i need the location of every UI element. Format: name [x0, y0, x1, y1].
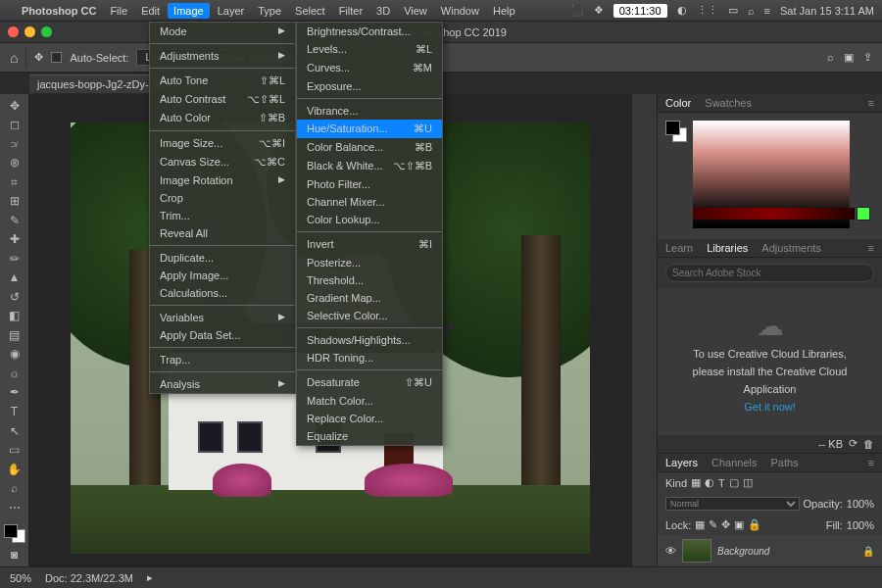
tab-swatches[interactable]: Swatches	[705, 97, 752, 109]
menu-view[interactable]: View	[404, 5, 427, 17]
menu-item[interactable]: Posterize...	[297, 254, 442, 271]
filter-pixel-icon[interactable]: ▦	[691, 476, 701, 489]
lock-all-icon[interactable]: 🔒	[748, 518, 761, 531]
timer[interactable]: 03:11:30	[613, 4, 667, 18]
share-icon[interactable]: ⇪	[863, 51, 872, 64]
path-tool[interactable]: ↖	[4, 423, 25, 439]
dodge-tool[interactable]: ☼	[4, 366, 25, 381]
blur-tool[interactable]: ◉	[4, 347, 25, 363]
menu-image[interactable]: Image	[168, 3, 210, 19]
lock-artboard-icon[interactable]: ▣	[734, 518, 744, 531]
toggle-icon[interactable]: ◐	[677, 4, 687, 17]
menu-layer[interactable]: Layer	[218, 5, 245, 17]
gear-icon[interactable]: ❖	[594, 4, 604, 17]
menu-item[interactable]: Curves...⌘M	[297, 59, 442, 77]
menu-item[interactable]: Match Color...	[297, 392, 442, 410]
quickmask-tool[interactable]: ◙	[4, 547, 25, 563]
hue-slider[interactable]	[693, 208, 855, 220]
menu-item[interactable]: Hue/Saturation...⌘U	[297, 120, 442, 138]
blend-mode-dropdown[interactable]: Normal	[665, 497, 800, 511]
menu-item[interactable]: Threshold...	[297, 271, 442, 289]
lock-icon[interactable]: 🔒	[862, 546, 874, 557]
filter-adjust-icon[interactable]: ◐	[705, 476, 714, 489]
menu-item[interactable]: Equalize	[297, 427, 442, 445]
search-icon[interactable]: ⌕	[827, 51, 834, 64]
menu-item[interactable]: Invert⌘I	[297, 235, 442, 254]
healing-tool[interactable]: ✚	[4, 232, 25, 248]
crop-tool[interactable]: ⌗	[4, 174, 25, 190]
hue-indicator[interactable]	[857, 207, 870, 220]
tab-channels[interactable]: Channels	[711, 457, 757, 468]
menu-item[interactable]: Canvas Size...⌥⌘C	[150, 153, 295, 172]
lock-pos-icon[interactable]: ✥	[721, 518, 730, 531]
marquee-tool[interactable]: ◻	[4, 118, 25, 133]
menu-item[interactable]: HDR Toning...	[297, 349, 442, 367]
menu-edit[interactable]: Edit	[141, 5, 160, 17]
menu-item[interactable]: Selective Color...	[297, 307, 442, 324]
minimize-window-button[interactable]	[24, 26, 35, 37]
move-tool[interactable]: ✥	[4, 98, 25, 114]
panel-menu-icon[interactable]: ≡	[868, 97, 874, 109]
doc-size[interactable]: Doc: 22.3M/22.3M	[45, 572, 133, 584]
menu-item[interactable]: Vibrance...	[297, 102, 442, 120]
menu-type[interactable]: Type	[258, 5, 281, 17]
menu-item[interactable]: Duplicate...	[150, 249, 295, 267]
menu-item[interactable]: Gradient Map...	[297, 289, 442, 307]
wifi-icon[interactable]: ⋮⋮	[697, 4, 718, 17]
search-icon[interactable]: ⌕	[748, 5, 755, 17]
menu-item[interactable]: Desaturate⇧⌘U	[297, 373, 442, 392]
status-arrow-icon[interactable]: ▸	[147, 571, 153, 584]
tab-layers[interactable]: Layers	[665, 457, 698, 468]
layer-row[interactable]: 👁 Background 🔒	[658, 535, 882, 566]
stamp-tool[interactable]: ▲	[4, 270, 25, 286]
clock[interactable]: Sat Jan 15 3:11 AM	[780, 5, 874, 17]
fill-value[interactable]: 100%	[847, 519, 874, 531]
menu-item[interactable]: Color Lookup...	[297, 211, 442, 228]
menu-item[interactable]: Black & White...⌥⇧⌘B	[297, 157, 442, 175]
zoom-tool[interactable]: ⌕	[4, 480, 25, 496]
layer-name[interactable]: Background	[717, 546, 769, 557]
zoom-level[interactable]: 50%	[10, 572, 31, 584]
close-window-button[interactable]	[8, 26, 19, 37]
menu-item[interactable]: Auto Contrast⌥⇧⌘L	[150, 90, 295, 109]
menu-window[interactable]: Window	[441, 5, 479, 17]
menu-file[interactable]: File	[110, 5, 127, 17]
panel-menu-icon[interactable]: ≡	[868, 457, 874, 468]
panel-menu-icon[interactable]: ≡	[868, 242, 874, 254]
control-center-icon[interactable]: ≡	[764, 5, 770, 17]
color-fg-bg[interactable]	[665, 121, 687, 142]
zoom-window-button[interactable]	[41, 26, 52, 37]
move-tool-icon[interactable]: ✥	[34, 51, 43, 64]
gradient-tool[interactable]: ▤	[4, 327, 25, 343]
eyedropper-tool[interactable]: ✎	[4, 213, 25, 228]
menu-item[interactable]: Adjustments▶	[150, 47, 295, 65]
menu-item[interactable]: Auto Color⇧⌘B	[150, 109, 295, 127]
tab-adjustments[interactable]: Adjustments	[761, 242, 821, 254]
more-tools[interactable]: ⋯	[4, 500, 25, 515]
autoselect-checkbox[interactable]	[51, 52, 62, 63]
opacity-value[interactable]: 100%	[847, 498, 874, 510]
shape-tool[interactable]: ▭	[4, 442, 25, 458]
menu-item[interactable]: Mode▶	[150, 23, 295, 40]
workspace-icon[interactable]: ▣	[844, 51, 854, 64]
home-icon[interactable]: ⌂	[10, 50, 18, 66]
menu-item[interactable]: Auto Tone⇧⌘L	[150, 72, 295, 90]
menu-3d[interactable]: 3D	[376, 5, 390, 17]
tab-libraries[interactable]: Libraries	[707, 242, 748, 254]
menu-item[interactable]: Brightness/Contrast...	[297, 23, 442, 40]
menu-item[interactable]: Image Rotation▶	[150, 172, 295, 189]
menu-item[interactable]: Levels...⌘L	[297, 40, 442, 59]
hand-tool[interactable]: ✋	[4, 462, 25, 477]
menu-item[interactable]: Apply Image...	[150, 267, 295, 284]
menu-select[interactable]: Select	[295, 5, 325, 17]
menu-item[interactable]: Color Balance...⌘B	[297, 138, 442, 157]
menu-help[interactable]: Help	[493, 5, 515, 17]
menu-item[interactable]: Trim...	[150, 207, 295, 224]
get-it-now-link[interactable]: Get it now!	[744, 401, 796, 413]
menu-filter[interactable]: Filter	[339, 5, 363, 17]
tab-learn[interactable]: Learn	[665, 242, 693, 254]
color-swatches[interactable]	[4, 524, 25, 543]
menu-item[interactable]: Photo Filter...	[297, 175, 442, 193]
quick-select-tool[interactable]: ⊛	[4, 156, 25, 172]
pen-tool[interactable]: ✒	[4, 385, 25, 401]
